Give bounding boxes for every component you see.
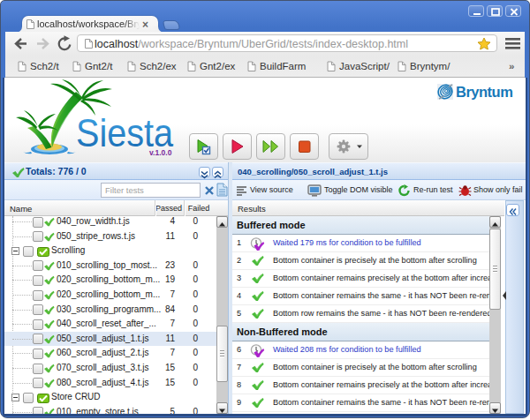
svg-text:Bryntum: Bryntum [456, 84, 512, 100]
svg-text:v.1.0.0: v.1.0.0 [149, 148, 172, 157]
